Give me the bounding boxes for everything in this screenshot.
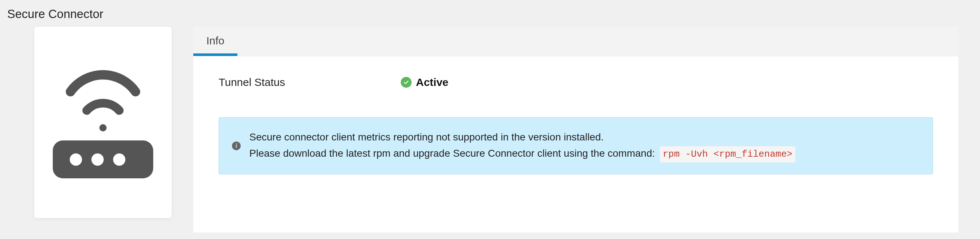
info-icon: i: [232, 141, 241, 150]
content-wrap: Info Tunnel Status Active i Secure conne…: [0, 27, 980, 233]
tab-info[interactable]: Info: [193, 28, 237, 56]
svg-point-3: [91, 154, 104, 166]
tunnel-status-value-group: Active: [401, 76, 449, 89]
device-icon-card: [34, 27, 172, 218]
check-icon: [401, 77, 412, 88]
main-panel: Info Tunnel Status Active i Secure conne…: [193, 27, 958, 233]
info-banner-command: rpm -Uvh <rpm_filename>: [660, 146, 795, 163]
tunnel-status-row: Tunnel Status Active: [219, 76, 933, 89]
svg-point-2: [70, 154, 82, 166]
panel-body: Tunnel Status Active i Secure connector …: [193, 56, 958, 189]
tunnel-status-value: Active: [416, 76, 449, 89]
svg-point-0: [99, 124, 107, 131]
info-banner-line1: Secure connector client metrics reportin…: [249, 131, 604, 142]
info-banner: i Secure connector client metrics report…: [219, 117, 933, 174]
page-header: Secure Connector: [0, 0, 980, 27]
router-icon: [51, 66, 155, 178]
tab-header: Info: [193, 27, 958, 56]
info-banner-text: Secure connector client metrics reportin…: [249, 129, 795, 163]
info-banner-line2-prefix: Please download the latest rpm and upgra…: [249, 148, 655, 159]
svg-point-4: [113, 154, 126, 166]
page-title: Secure Connector: [7, 7, 973, 21]
tunnel-status-label: Tunnel Status: [219, 76, 285, 89]
